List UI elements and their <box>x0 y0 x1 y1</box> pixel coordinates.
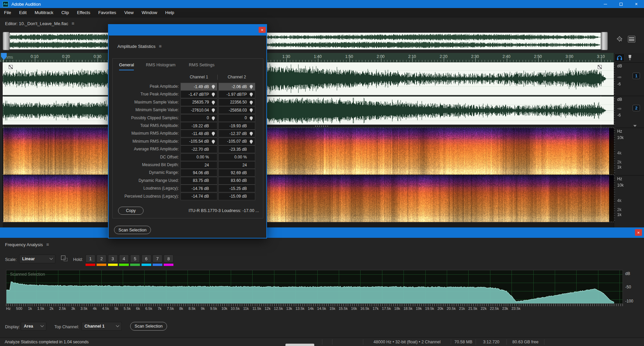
scale-dropdown[interactable]: Linear <box>19 255 55 263</box>
stat-value-ch1-total-rms-amplitude[interactable]: -19.22 dB <box>180 122 217 130</box>
frequency-graph[interactable] <box>6 270 623 304</box>
scan-selection-button[interactable]: Scan Selection <box>130 322 167 331</box>
hold-button-2[interactable]: 2 <box>97 255 106 263</box>
hold-button-4[interactable]: 4 <box>119 255 129 263</box>
menu-item-favorites[interactable]: Favorites <box>94 8 120 17</box>
hold-button-3[interactable]: 3 <box>108 255 118 263</box>
selection-edge-right[interactable] <box>601 62 601 222</box>
solo-monitor-button[interactable] <box>614 54 625 62</box>
menu-item-view[interactable]: View <box>120 8 138 17</box>
stat-value-ch2-minimum-rms-amplitude[interactable]: -105.07 dB <box>218 138 255 145</box>
frequency-panel-group-bar[interactable] <box>0 227 644 238</box>
waveform-channel-2[interactable] <box>0 96 614 125</box>
pin-marker-icon[interactable] <box>212 100 215 105</box>
menu-item-multitrack[interactable]: Multitrack <box>31 8 57 17</box>
pin-marker-icon[interactable] <box>212 140 215 144</box>
menu-item-effects[interactable]: Effects <box>73 8 94 17</box>
menu-item-clip[interactable]: Clip <box>57 8 73 17</box>
stat-value-ch1-minimum-rms-amplitude[interactable]: -105.54 dB <box>180 138 217 145</box>
stat-value-ch2-true-peak-amplitude[interactable]: -1.97 dBTP <box>218 90 255 98</box>
wave-spectral-splitter[interactable] <box>0 125 614 128</box>
panel-menu-icon[interactable]: ≡ <box>46 242 49 247</box>
copy-graph-icon[interactable] <box>61 256 68 262</box>
waveform-channel-1[interactable] <box>0 62 614 95</box>
stat-value-ch1-dynamic-range-used[interactable]: 83.75 dB <box>180 177 217 185</box>
frequency-panel-close-button[interactable]: × <box>635 229 642 236</box>
tab-rms-settings[interactable]: RMS Settings <box>189 63 214 70</box>
stat-value-ch2-peak-amplitude[interactable]: -2.06 dB <box>218 83 255 90</box>
frequency-analysis-title[interactable]: Frequency Analysis≡ <box>5 242 49 247</box>
stat-value-ch2-maximum-sample-value[interactable]: 22356.50 <box>218 98 255 106</box>
overview-strip[interactable] <box>3 32 608 50</box>
stat-value-ch2-minimum-sample-value[interactable]: -25858.03 <box>218 106 255 114</box>
collapse-triangle-icon[interactable] <box>633 125 637 127</box>
hold-button-1[interactable]: 1 <box>86 255 95 263</box>
channel-badge-2[interactable]: 2 <box>633 105 640 111</box>
stat-value-ch2-dynamic-range[interactable]: 92.69 dB <box>218 169 255 177</box>
display-dropdown[interactable]: Area <box>21 322 46 331</box>
menu-item-window[interactable]: Window <box>138 8 161 17</box>
stat-value-ch2-measured-bit-depth[interactable]: 24 <box>218 161 255 169</box>
stat-value-ch1-maximum-sample-value[interactable]: 25635.79 <box>180 98 217 106</box>
tab-general[interactable]: General <box>119 63 134 70</box>
waveform-spectral-toggle-icon[interactable] <box>628 36 635 43</box>
stat-value-ch1-loudness-legacy[interactable]: -14.76 dB <box>180 185 217 192</box>
pin-marker-icon[interactable] <box>250 85 253 89</box>
fade-in-handle[interactable] <box>9 65 13 69</box>
overview-right-handle[interactable] <box>601 32 608 50</box>
pin-marker-icon[interactable] <box>250 92 253 97</box>
hold-button-7[interactable]: 7 <box>153 255 162 263</box>
overview-left-handle[interactable] <box>3 32 9 50</box>
pin-marker-icon[interactable] <box>212 132 215 136</box>
overview-waveform[interactable] <box>9 32 601 50</box>
stat-value-ch1-dc-offset[interactable]: 0.00 % <box>180 153 217 161</box>
stat-value-ch1-true-peak-amplitude[interactable]: -1.47 dBTP <box>180 90 217 98</box>
stat-value-ch1-minimum-sample-value[interactable]: -27610.04 <box>180 106 217 114</box>
tab-rms-histogram[interactable]: RMS Histogram <box>146 63 175 70</box>
minimize-button[interactable] <box>598 0 613 8</box>
stat-value-ch1-possibly-clipped-samples[interactable]: 0 <box>180 114 217 122</box>
pin-marker-icon[interactable] <box>250 116 253 121</box>
pin-marker-icon[interactable] <box>250 108 253 113</box>
spectrogram-channel-1[interactable] <box>3 128 614 175</box>
pin-marker-icon[interactable] <box>250 132 253 136</box>
pin-marker-icon[interactable] <box>250 140 253 144</box>
stat-value-ch2-dynamic-range-used[interactable]: 83.60 dB <box>218 177 255 185</box>
stat-value-ch1-dynamic-range[interactable]: 94.06 dB <box>180 169 217 177</box>
stat-value-ch1-maximum-rms-amplitude[interactable]: -11.48 dB <box>180 130 217 137</box>
zoom-navigate-icon[interactable] <box>616 36 624 44</box>
hold-button-8[interactable]: 8 <box>164 255 173 263</box>
menu-item-help[interactable]: Help <box>161 8 178 17</box>
stat-value-ch2-dc-offset[interactable]: 0.00 % <box>218 153 255 161</box>
stat-value-ch2-loudness-legacy[interactable]: -15.25 dB <box>218 185 255 192</box>
hold-button-6[interactable]: 6 <box>142 255 151 263</box>
editor-tab-title[interactable]: Editor: 10._Don't_Leave_Me.flac≡ <box>5 21 74 26</box>
channel-badge-1[interactable]: 1 <box>633 73 640 79</box>
pin-icon[interactable] <box>627 54 633 61</box>
selection-edge-left[interactable] <box>3 62 4 222</box>
pin-marker-icon[interactable] <box>212 92 215 97</box>
close-button[interactable]: × <box>629 0 644 8</box>
fade-out-handle[interactable] <box>598 65 602 69</box>
stat-value-ch2-perceived-loudness-legacy[interactable]: -15.09 dB <box>218 193 255 200</box>
timeline-ruler[interactable]: hms 0:100:200:300:400:501:001:101:201:30… <box>0 53 614 62</box>
dialog-close-button[interactable]: × <box>259 27 266 33</box>
stat-value-ch2-possibly-clipped-samples[interactable]: 0 <box>218 114 255 122</box>
stat-value-ch1-average-rms-amplitude[interactable]: -22.70 dB <box>180 145 217 153</box>
spectrogram-channel-2[interactable] <box>3 175 614 222</box>
top-channel-dropdown[interactable]: Channel 1 <box>82 322 122 331</box>
stat-value-ch2-maximum-rms-amplitude[interactable]: -12.37 dB <box>218 130 255 137</box>
pin-marker-icon[interactable] <box>212 116 215 121</box>
stat-value-ch1-peak-amplitude[interactable]: -1.49 dB <box>180 83 217 90</box>
pin-marker-icon[interactable] <box>250 100 253 105</box>
panel-menu-icon[interactable]: ≡ <box>71 21 74 26</box>
pin-marker-icon[interactable] <box>212 85 215 89</box>
menu-item-file[interactable]: File <box>0 8 15 17</box>
hold-button-5[interactable]: 5 <box>130 255 140 263</box>
stat-value-ch2-total-rms-amplitude[interactable]: -19.93 dB <box>218 122 255 130</box>
panel-menu-icon[interactable]: ≡ <box>159 44 161 49</box>
stat-value-ch1-perceived-loudness-legacy[interactable]: -14.74 dB <box>180 193 217 200</box>
stat-value-ch2-average-rms-amplitude[interactable]: -23.35 dB <box>218 145 255 153</box>
title-bar[interactable]: Au Adobe Audition × <box>0 0 644 8</box>
dialog-title-bar[interactable] <box>108 24 267 36</box>
